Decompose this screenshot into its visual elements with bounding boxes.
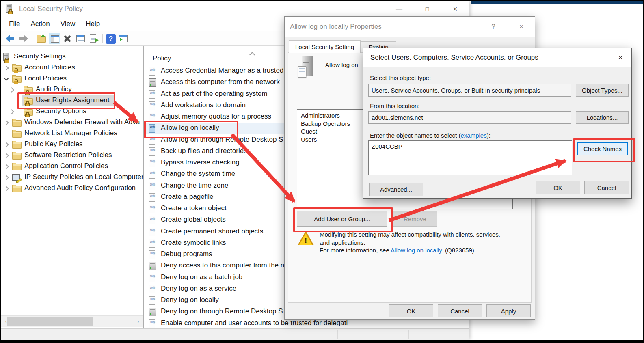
folder-lock-icon — [12, 64, 22, 73]
server-policy-icon — [149, 308, 156, 316]
sidebar-item-audit-policy[interactable]: Audit Policy — [1, 84, 143, 95]
object-names-input[interactable]: Z004CCBP — [368, 140, 572, 175]
menu-file[interactable]: File — [4, 20, 25, 28]
policy-item-label: Create symbolic links — [161, 239, 226, 247]
expand-chevron-icon[interactable] — [4, 65, 9, 71]
export-list-icon[interactable] — [88, 33, 99, 44]
cancel-button[interactable]: Cancel — [584, 181, 629, 194]
expand-chevron-icon[interactable] — [4, 175, 9, 180]
apply-button[interactable]: Apply — [486, 304, 531, 317]
collapse-chevron-icon[interactable] — [4, 76, 9, 81]
expand-chevron-icon[interactable] — [4, 120, 9, 125]
policy-item-label: Deny log on as a batch job — [161, 273, 242, 281]
tree-item-label: Security Settings — [14, 52, 66, 60]
sidebar-item-network-list-manager-policies[interactable]: Network List Manager Policies — [1, 128, 143, 139]
expand-chevron-icon[interactable] — [4, 186, 9, 191]
folder-icon — [12, 129, 22, 138]
close-button[interactable]: × — [512, 17, 531, 37]
forward-arrow-icon[interactable] — [17, 33, 29, 44]
new-window-icon[interactable] — [117, 33, 129, 44]
scrollbar-thumb[interactable] — [7, 317, 93, 326]
expand-chevron-icon[interactable] — [4, 153, 9, 158]
sidebar-item-security-options[interactable]: Security Options — [1, 106, 143, 117]
policy-item-label: Debug programs — [161, 250, 212, 258]
sidebar-item-software-restriction-policies[interactable]: Software Restriction Policies — [1, 150, 143, 161]
tree-item-label: User Rights Assignment — [36, 96, 109, 104]
policy-doc-icon — [149, 296, 155, 305]
policy-doc-icon — [149, 113, 155, 121]
folder-lock-icon — [12, 75, 22, 84]
expand-chevron-icon[interactable] — [9, 87, 14, 93]
export-folder-icon[interactable] — [36, 33, 47, 44]
sidebar-item-application-control-policies[interactable]: Application Control Policies — [1, 161, 143, 172]
add-user-or-group-button[interactable]: Add User or Group... — [297, 211, 387, 227]
policy-item-label: Deny log on through Remote Desktop S — [161, 307, 283, 315]
warning-line2: and applications. — [320, 239, 500, 247]
delete-icon[interactable] — [62, 33, 73, 44]
back-arrow-icon[interactable] — [4, 33, 16, 44]
policy-doc-icon — [149, 319, 155, 328]
console-tree-toggle-icon[interactable] — [49, 33, 60, 44]
sidebar-item-windows-defender-firewall-with-adva[interactable]: Windows Defender Firewall with Adva — [1, 117, 143, 128]
locations-button[interactable]: Locations... — [576, 111, 629, 124]
expand-chevron-icon[interactable] — [9, 109, 14, 114]
horizontal-scrollbar[interactable]: ‹ › — [1, 315, 143, 327]
status-bar — [1, 328, 469, 340]
policy-item-label: Back up files and directories — [161, 147, 247, 155]
object-types-button[interactable]: Object Types... — [576, 84, 629, 97]
remove-button: Remove — [393, 211, 437, 227]
tree-item-label: Software Restriction Policies — [24, 151, 112, 159]
ok-button[interactable]: OK — [536, 181, 580, 194]
text-caret — [403, 143, 403, 149]
tree-item-label: Audit Policy — [36, 85, 72, 93]
tree-item-label: Application Control Policies — [24, 162, 108, 170]
properties-sheet-icon[interactable] — [75, 33, 86, 44]
policy-doc-icon — [149, 250, 155, 259]
policy-doc-icon — [149, 285, 155, 293]
menu-help[interactable]: Help — [80, 20, 105, 28]
cancel-button[interactable]: Cancel — [438, 304, 482, 317]
tree-item-label: Account Policies — [24, 63, 75, 71]
examples-link[interactable]: examples — [460, 132, 486, 139]
maximize-button[interactable]: □ — [418, 1, 437, 17]
warning-icon: ! — [298, 231, 314, 246]
sidebar-item-local-policies[interactable]: Local Policies — [1, 73, 143, 84]
check-names-button[interactable]: Check Names — [577, 142, 628, 155]
advanced-button[interactable]: Advanced... — [369, 183, 423, 196]
help-button[interactable]: ? — [484, 17, 503, 37]
app-lock-icon — [6, 4, 13, 13]
tree-item-label: IP Security Policies on Local Computer — [24, 173, 144, 181]
sidebar-item-user-rights-assignment[interactable]: User Rights Assignment — [1, 95, 143, 106]
menu-action[interactable]: Action — [25, 20, 55, 28]
warning-line3-prefix: For more information, see — [320, 247, 391, 254]
screen: Local Security Policy — □ × FileActionVi… — [0, 0, 644, 343]
select-users-dialog: Select Users, Computers, Service Account… — [363, 48, 632, 199]
from-location-label: From this location: — [370, 102, 420, 109]
expand-chevron-icon[interactable] — [4, 142, 9, 147]
help-icon[interactable]: ? — [106, 34, 116, 44]
policy-item-label: Act as part of the operating system — [161, 90, 268, 98]
policy-doc-icon — [149, 274, 155, 282]
expand-chevron-icon[interactable] — [4, 164, 9, 169]
policy-doc-icon — [149, 170, 155, 179]
tab-local-security-setting[interactable]: Local Security Setting — [289, 40, 361, 53]
policy-doc-icon — [149, 90, 155, 99]
close-button[interactable]: × — [611, 48, 630, 67]
sidebar-item-public-key-policies[interactable]: Public Key Policies — [1, 139, 143, 150]
menu-view[interactable]: View — [55, 20, 81, 28]
object-type-field: Users, Service Accounts, Groups, or Buil… — [368, 84, 571, 97]
warning-line1: Modifying this setting may affect compat… — [320, 231, 500, 239]
sidebar-item-ip-security-policies-on-local-computer[interactable]: IP Security Policies on Local Computer — [1, 172, 143, 183]
sort-ascending-icon — [249, 52, 255, 58]
ok-button[interactable]: OK — [389, 304, 433, 317]
policy-item-label: Create permanent shared objects — [161, 227, 263, 235]
sidebar-item-account-policies[interactable]: Account Policies — [1, 63, 143, 73]
allow-log-on-locally-link[interactable]: Allow log on locally — [391, 247, 442, 254]
scroll-right-icon[interactable]: › — [133, 316, 143, 327]
minimize-button[interactable]: — — [390, 1, 408, 17]
close-button[interactable]: × — [446, 1, 465, 17]
policy-item-label: Allow log on locally — [161, 124, 219, 132]
sidebar-item-advanced-audit-policy-configuration[interactable]: Advanced Audit Policy Configuration — [1, 183, 143, 194]
server-policy-icon — [149, 262, 156, 270]
sidebar-item-security-settings[interactable]: Security Settings — [1, 52, 143, 63]
